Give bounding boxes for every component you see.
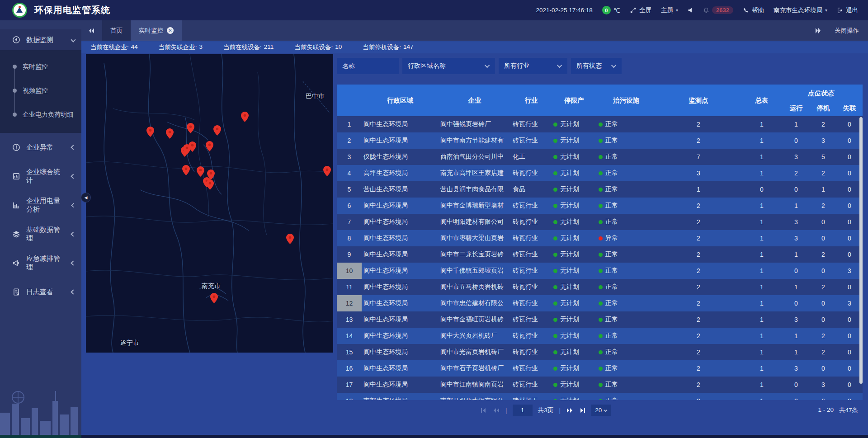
- table-row[interactable]: 5 营山生态环境局 营山县润丰肉食品有限 食品 无计划 正常 1 0 0 1 0: [337, 181, 863, 198]
- map-pin-icon[interactable]: [286, 234, 294, 244]
- sidebar-item-enterprise-stats[interactable]: 企业综合统计: [0, 162, 81, 191]
- region-filter-select[interactable]: 行政区域名称: [402, 58, 495, 74]
- cell-industry: 砖瓦行业: [511, 299, 552, 307]
- sidebar-item-enterprise-abnormal[interactable]: 企业异常: [0, 133, 81, 162]
- page-size-select[interactable]: 20: [591, 405, 611, 416]
- cell-limit: 无计划: [552, 153, 597, 161]
- sidebar-item-power-load-detail[interactable]: 企业电力负荷明细: [0, 103, 81, 127]
- map-pin-icon[interactable]: [189, 141, 196, 152]
- cell-stop: 1: [810, 186, 836, 193]
- mute-button[interactable]: [688, 7, 693, 13]
- table-row[interactable]: 9 阆中生态环境局 阆中市二龙长宝页岩砖 砖瓦行业 无计划 正常 2 1 1 2…: [337, 246, 863, 263]
- cell-points: 7: [656, 153, 741, 160]
- page-number-input[interactable]: [513, 405, 533, 416]
- theme-dropdown[interactable]: 主题 ▾: [661, 6, 678, 14]
- fullscreen-button[interactable]: 全屏: [630, 6, 651, 14]
- notification-area[interactable]: 2632: [703, 6, 733, 14]
- table-row[interactable]: 18 南部生态环境局 南部县双化水泥有限公 建材加工 无计划 正常 2 1 0 …: [337, 393, 863, 400]
- close-operations-button[interactable]: 关闭操作: [835, 27, 859, 35]
- map-canvas[interactable]: 巴中市 南充市 遂宁市: [86, 54, 333, 353]
- map-pin-icon[interactable]: [323, 166, 331, 176]
- table-row[interactable]: 17 阆中生态环境局 阆中市江南镇阆南页岩 砖瓦行业 无计划 正常 2 1 0 …: [337, 377, 863, 393]
- table-row[interactable]: 7 阆中生态环境局 阆中明阳建材有限公司 砖瓦行业 无计划 正常 2 1 3 0…: [337, 214, 863, 230]
- map-pin-icon[interactable]: [146, 127, 154, 137]
- table-row[interactable]: 3 仪陇生态环境局 西南油气田分公司川中 化工 无计划 正常 7 1 3 5 0: [337, 149, 863, 165]
- cell-run: 3: [782, 365, 810, 372]
- cell-company: 阆中大兴页岩机砖厂: [439, 332, 511, 340]
- app-title: 环保用电监管系统: [34, 4, 110, 16]
- table-row[interactable]: 6 阆中生态环境局 阆中市金博瑞新型墙材 砖瓦行业 无计划 正常 2 1 1 2…: [337, 198, 863, 214]
- bell-icon: [703, 7, 709, 14]
- first-page-button[interactable]: [480, 407, 487, 414]
- table-row[interactable]: 1 阆中生态环境局 阆中强锐页岩砖厂 砖瓦行业 无计划 正常 2 1 1 2 0: [337, 116, 863, 132]
- table-row[interactable]: 2 阆中生态环境局 阆中市南方节能建材有 砖瓦行业 无计划 正常 2 1 0 3…: [337, 132, 863, 149]
- sidebar-item-data-monitor[interactable]: 数据监测: [0, 29, 81, 50]
- help-button[interactable]: 帮助: [743, 6, 764, 14]
- limit-text: 无计划: [560, 234, 579, 242]
- map-city-label: 巴中市: [306, 92, 325, 100]
- select-value: 20: [595, 407, 602, 414]
- org-dropdown[interactable]: 南充市生态环境局 ▾: [774, 6, 827, 14]
- map-pin-icon[interactable]: [206, 179, 214, 190]
- facility-text: 正常: [605, 364, 618, 372]
- next-page-button[interactable]: [566, 407, 574, 414]
- table-row[interactable]: 4 高坪生态环境局 南充市高坪区王家店建 砖瓦行业 无计划 正常 3 1 2 2…: [337, 165, 863, 181]
- table-row[interactable]: 15 阆中生态环境局 阆中市光富页岩机砖厂 砖瓦行业 无计划 正常 2 1 1 …: [337, 344, 863, 360]
- map-pin-icon[interactable]: [166, 128, 174, 139]
- cell-total: 1: [741, 365, 782, 372]
- status-dot-icon: [553, 204, 557, 208]
- sidebar-item-log-view[interactable]: 日志查看: [0, 278, 81, 306]
- logout-button[interactable]: 退出: [837, 6, 858, 14]
- map-pin-icon[interactable]: [182, 165, 190, 175]
- sidebar-item-video-monitor[interactable]: 视频监控: [0, 79, 81, 103]
- table-row[interactable]: 8 阆中生态环境局 阆中市枣碧大梁山页岩 砖瓦行业 无计划 异常 2 1 3 0…: [337, 230, 863, 246]
- table-row[interactable]: 12 阆中生态环境局 阆中市忠信建材有限公 砖瓦行业 无计划 正常 2 1 0 …: [337, 295, 863, 311]
- cell-region: 阆中生态环境局: [362, 348, 439, 356]
- cell-points: 2: [656, 202, 741, 209]
- map-pin-icon[interactable]: [210, 293, 218, 303]
- panel-collapse-button[interactable]: ◀: [81, 193, 91, 203]
- map-pin-icon[interactable]: [197, 166, 204, 177]
- table-row[interactable]: 16 阆中生态环境局 阆中市石子页岩机砖厂 砖瓦行业 无计划 正常 2 1 3 …: [337, 360, 863, 377]
- table-row[interactable]: 14 阆中生态环境局 阆中大兴页岩机砖厂 砖瓦行业 无计划 正常 2 1 1 2…: [337, 328, 863, 344]
- facility-text: 正常: [605, 185, 618, 193]
- cell-facility: 正常: [597, 153, 656, 161]
- status-dot-icon: [553, 350, 557, 354]
- temperature: 0 ℃: [602, 6, 620, 14]
- cell-limit: 无计划: [552, 316, 597, 324]
- tabs-scroll-left-button[interactable]: [81, 28, 102, 34]
- map-pin-icon[interactable]: [187, 123, 194, 133]
- name-filter-input[interactable]: [337, 58, 399, 74]
- map-pin-icon[interactable]: [206, 141, 213, 151]
- sidebar-item-realtime-monitor[interactable]: 实时监控: [0, 55, 81, 79]
- sidebar-item-power-analysis[interactable]: 企业用电量分析: [0, 191, 81, 220]
- table-row[interactable]: 13 阆中生态环境局 阆中市金福旺页岩机砖 砖瓦行业 无计划 正常 2 1 3 …: [337, 311, 863, 328]
- cell-lost: 0: [836, 381, 863, 388]
- facility-text: 正常: [605, 348, 618, 356]
- sidebar-item-label: 企业异常: [26, 143, 53, 152]
- sidebar-item-label: 应急减排管理: [26, 254, 66, 272]
- industry-filter-select[interactable]: 所有行业: [499, 58, 567, 74]
- tab-home[interactable]: 首页: [102, 20, 131, 41]
- cell-company: 营山县润丰肉食品有限: [439, 185, 511, 193]
- map-pin-icon[interactable]: [241, 112, 249, 122]
- map-pin-icon[interactable]: [213, 125, 221, 136]
- fullscreen-label: 全屏: [639, 6, 651, 14]
- cell-total: 1: [741, 121, 782, 128]
- cell-region: 阆中生态环境局: [362, 250, 439, 259]
- status-filter-select[interactable]: 所有状态: [571, 58, 622, 74]
- last-page-button[interactable]: [579, 407, 586, 414]
- table-row[interactable]: 11 阆中生态环境局 阆中市五马桥页岩机砖 砖瓦行业 无计划 正常 2 1 1 …: [337, 279, 863, 295]
- tab-realtime-monitor[interactable]: 实时监控 ✕: [131, 20, 182, 41]
- tabs-scroll-right-button[interactable]: [807, 28, 828, 34]
- sidebar-item-emergency-reduction[interactable]: 应急减排管理: [0, 249, 81, 278]
- facility-text: 正常: [605, 397, 618, 400]
- table-scrollbar[interactable]: [859, 117, 863, 384]
- limit-text: 无计划: [560, 364, 579, 372]
- cell-stop: 2: [810, 251, 836, 258]
- table-row[interactable]: 10 阆中生态环境局 阆中千佛镇五郎垭页岩 砖瓦行业 无计划 正常 2 1 0 …: [337, 263, 863, 279]
- close-icon[interactable]: ✕: [167, 27, 174, 34]
- prev-page-button[interactable]: [492, 407, 500, 414]
- sidebar-item-base-data[interactable]: 基础数据管理: [0, 220, 81, 249]
- cell-total: 1: [741, 283, 782, 291]
